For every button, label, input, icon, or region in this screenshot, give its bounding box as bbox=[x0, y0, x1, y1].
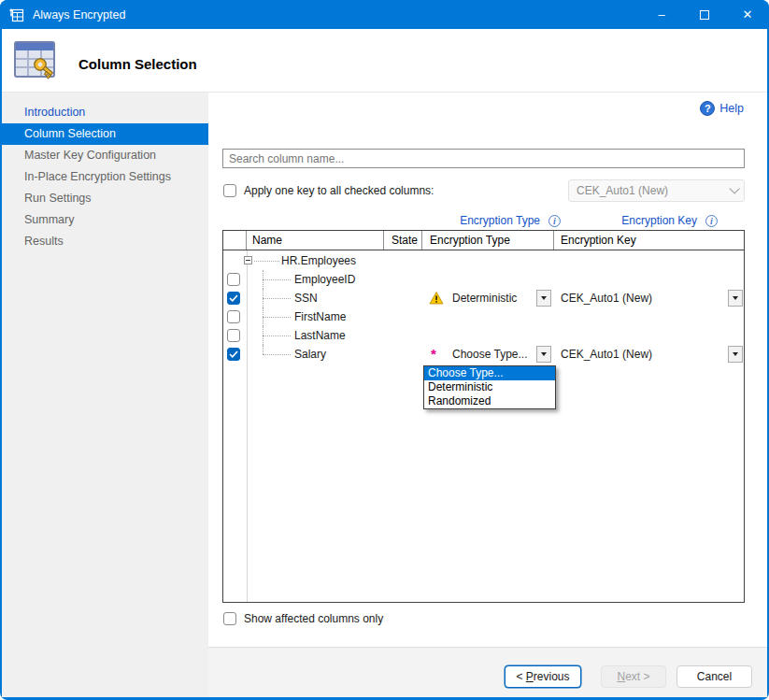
row-checkbox-ssn[interactable] bbox=[227, 292, 240, 305]
warning-icon bbox=[429, 291, 444, 306]
tree-line bbox=[263, 354, 291, 355]
apply-one-key-row: Apply one key to all checked columns: bbox=[223, 184, 434, 197]
next-button-accel: N bbox=[617, 670, 625, 683]
tree-line bbox=[263, 298, 291, 299]
column-name: EmployeeID bbox=[294, 273, 355, 286]
encryption-type-value: Deterministic bbox=[452, 292, 517, 305]
table-row: Salary * Choose Type... CEK_Auto1 (New) bbox=[223, 345, 744, 364]
wizard-steps-sidebar: Introduction Column Selection Master Key… bbox=[2, 93, 208, 697]
dropdown-arrow-icon bbox=[733, 296, 738, 300]
previous-button-accel: P bbox=[526, 670, 534, 683]
row-checkbox-salary[interactable] bbox=[227, 348, 240, 361]
sidebar-item-results[interactable]: Results bbox=[2, 231, 208, 252]
minimize-button[interactable]: – bbox=[640, 0, 683, 29]
table-row: EmployeeID bbox=[223, 270, 744, 289]
sidebar-item-summary[interactable]: Summary bbox=[2, 209, 208, 231]
app-table-key-icon bbox=[8, 7, 25, 23]
dialog-footer: < Previous Next > Cancel bbox=[208, 647, 767, 697]
apply-one-key-checkbox[interactable] bbox=[223, 184, 236, 197]
dropdown-arrow-icon bbox=[733, 352, 738, 356]
encryption-key-dropdown-button[interactable] bbox=[728, 346, 743, 363]
dropdown-arrow-icon bbox=[541, 296, 547, 300]
show-affected-checkbox[interactable] bbox=[223, 612, 236, 625]
collapse-icon[interactable] bbox=[244, 256, 252, 264]
cancel-button[interactable]: Cancel bbox=[676, 665, 752, 688]
close-icon: ✕ bbox=[743, 7, 753, 21]
page-title: Column Selection bbox=[78, 56, 197, 72]
info-icon[interactable]: i bbox=[705, 215, 718, 227]
encryption-type-link[interactable]: Encryption Type i bbox=[460, 214, 561, 227]
tree-line bbox=[254, 261, 279, 262]
master-cek-value: CEK_Auto1 (New) bbox=[577, 184, 668, 197]
sidebar-item-run-settings[interactable]: Run Settings bbox=[2, 188, 208, 209]
previous-button[interactable]: < Previous bbox=[505, 665, 581, 688]
always-encrypted-window: Always Encrypted – ✕ bbox=[0, 0, 769, 700]
dropdown-option-deterministic[interactable]: Deterministic bbox=[424, 380, 555, 394]
encryption-type-open-dropdown: Choose Type... Deterministic Randomized bbox=[423, 365, 556, 409]
tree-line bbox=[263, 345, 263, 354]
table-row: FirstName bbox=[223, 307, 744, 326]
window-title: Always Encrypted bbox=[33, 8, 125, 21]
table-row: SSN Deterministic CEK_Auto1 (New) bbox=[223, 289, 744, 307]
close-button[interactable]: ✕ bbox=[726, 0, 769, 29]
titlebar[interactable]: Always Encrypted – ✕ bbox=[0, 0, 769, 29]
row-checkbox-employeeid[interactable] bbox=[227, 273, 240, 286]
encryption-key-link-label: Encryption Key bbox=[621, 214, 697, 227]
table-with-key-icon bbox=[12, 37, 57, 82]
encryption-type-value: Choose Type... bbox=[452, 348, 528, 361]
next-button[interactable]: Next > bbox=[601, 665, 666, 688]
sidebar-item-in-place-encryption-settings[interactable]: In-Place Encryption Settings bbox=[2, 166, 208, 188]
dropdown-option-randomized[interactable]: Randomized bbox=[424, 394, 555, 408]
page-header: Column Selection bbox=[2, 29, 767, 93]
dropdown-arrow-icon bbox=[541, 352, 547, 356]
column-selection-page: ? Help Apply one key to all checked colu… bbox=[208, 93, 767, 697]
grid-header-encryption-type: Encryption Type bbox=[422, 231, 554, 250]
sidebar-item-introduction[interactable]: Introduction bbox=[2, 102, 208, 123]
table-row: LastName bbox=[223, 326, 744, 345]
next-button-rest: ext > bbox=[625, 670, 649, 683]
checkmark-icon bbox=[229, 350, 238, 358]
grid-header-state: State bbox=[384, 231, 422, 250]
tree-line bbox=[263, 317, 291, 318]
encryption-key-link[interactable]: Encryption Key i bbox=[621, 214, 718, 227]
grid-header-checkbox-col bbox=[223, 231, 247, 250]
chevron-down-icon bbox=[729, 183, 739, 193]
sidebar-item-master-key-configuration[interactable]: Master Key Configuration bbox=[2, 145, 208, 166]
dropdown-option-choose-type[interactable]: Choose Type... bbox=[424, 366, 555, 380]
column-name: SSN bbox=[294, 292, 318, 305]
show-affected-label: Show affected columns only bbox=[244, 612, 383, 625]
required-marker-icon: * bbox=[431, 348, 436, 361]
column-name: LastName bbox=[294, 329, 346, 342]
search-input[interactable] bbox=[222, 149, 745, 168]
column-name: FirstName bbox=[294, 310, 346, 323]
maximize-icon bbox=[700, 10, 709, 20]
maximize-button[interactable] bbox=[683, 0, 726, 29]
columns-grid: Name State Encryption Type Encryption Ke… bbox=[222, 230, 745, 603]
minimize-icon: – bbox=[658, 7, 664, 21]
tree-line bbox=[263, 279, 291, 280]
encryption-type-dropdown-button[interactable] bbox=[536, 346, 551, 363]
help-link[interactable]: ? Help bbox=[700, 101, 744, 116]
help-label: Help bbox=[719, 102, 744, 115]
column-header-links: Encryption Type i Encryption Key i bbox=[208, 214, 767, 228]
encryption-type-dropdown-button[interactable] bbox=[536, 290, 551, 307]
info-icon[interactable]: i bbox=[548, 215, 561, 227]
encryption-key-value: CEK_Auto1 (New) bbox=[561, 292, 652, 305]
table-group-row: HR.Employees bbox=[223, 251, 744, 270]
previous-button-prefix: < bbox=[516, 670, 525, 683]
table-group-label: HR.Employees bbox=[281, 254, 356, 267]
encryption-key-value: CEK_Auto1 (New) bbox=[561, 348, 652, 361]
column-name: Salary bbox=[294, 348, 326, 361]
row-checkbox-lastname[interactable] bbox=[227, 329, 240, 342]
checkmark-icon bbox=[229, 294, 238, 302]
encryption-type-link-label: Encryption Type bbox=[460, 214, 540, 227]
apply-one-key-label: Apply one key to all checked columns: bbox=[244, 184, 434, 197]
help-icon: ? bbox=[700, 101, 715, 116]
sidebar-item-column-selection[interactable]: Column Selection bbox=[2, 123, 208, 145]
encryption-key-dropdown-button[interactable] bbox=[728, 290, 743, 307]
dialog-body: Column Selection Introduction Column Sel… bbox=[2, 29, 767, 697]
row-checkbox-firstname[interactable] bbox=[227, 310, 240, 323]
master-cek-combobox[interactable]: CEK_Auto1 (New) bbox=[568, 179, 745, 202]
grid-header-row: Name State Encryption Type Encryption Ke… bbox=[223, 231, 744, 250]
previous-button-rest: revious bbox=[534, 670, 570, 683]
